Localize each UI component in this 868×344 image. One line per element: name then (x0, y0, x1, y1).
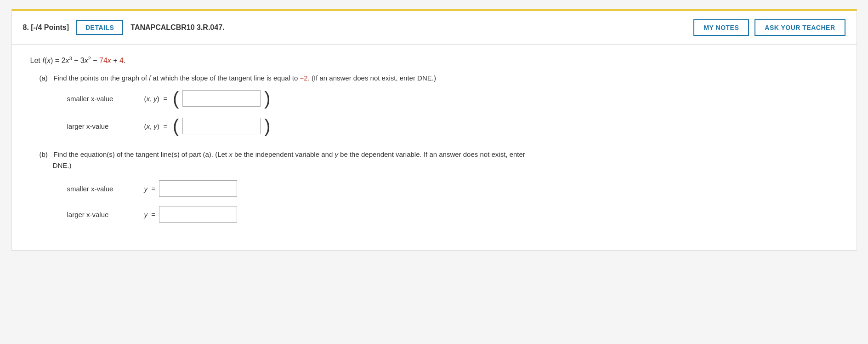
smaller-xvalue-row-b: smaller x-value y = (40, 180, 838, 197)
xy-label-smaller-a: (x, y) = (144, 95, 167, 103)
question-header: 8. [-/4 Points] DETAILS TANAPCALCBR10 3.… (12, 11, 857, 45)
my-notes-button[interactable]: MY NOTES (693, 19, 749, 36)
larger-xvalue-input-a[interactable] (182, 118, 261, 134)
smaller-xvalue-row-a: smaller x-value (x, y) = ( ) (40, 89, 838, 108)
problem-code: TANAPCALCBR10 3.R.047. (130, 23, 686, 32)
part-a-label: (a) Find the points on the graph of f at… (40, 74, 838, 82)
func-text-let: Let f(x) = 2x3 − 3x2 − 74x + 4. (30, 57, 126, 64)
larger-xvalue-input-b[interactable] (159, 206, 237, 223)
question-body: Let f(x) = 2x3 − 3x2 − 74x + 4. (a) Find… (12, 45, 857, 250)
part-a-letter: (a) Find the points on the graph of f at… (40, 74, 436, 82)
open-paren-smaller-a: ( (173, 89, 179, 108)
y-label-smaller-b: y = (144, 185, 156, 193)
larger-xvalue-label-a: larger x-value (67, 122, 141, 130)
larger-xvalue-row-a: larger x-value (x, y) = ( ) (40, 117, 838, 135)
close-paren-larger-a: ) (264, 117, 270, 135)
smaller-xvalue-input-a[interactable] (182, 90, 261, 107)
smaller-xvalue-label-a: smaller x-value (67, 95, 141, 103)
part-a-section: (a) Find the points on the graph of f at… (30, 74, 838, 135)
smaller-xvalue-input-b[interactable] (159, 180, 237, 197)
smaller-xvalue-label-b: smaller x-value (67, 185, 141, 193)
xy-label-larger-a: (x, y) = (144, 122, 167, 130)
ask-teacher-button[interactable]: ASK YOUR TEACHER (755, 19, 845, 36)
part-b-section: (b) Find the equation(s) of the tangent … (30, 149, 838, 223)
header-buttons: MY NOTES ASK YOUR TEACHER (693, 19, 845, 36)
question-container: 8. [-/4 Points] DETAILS TANAPCALCBR10 3.… (11, 9, 857, 251)
larger-xvalue-label-b: larger x-value (67, 211, 141, 218)
part-b-description: (b) Find the equation(s) of the tangent … (40, 149, 775, 171)
close-paren-smaller-a: ) (264, 89, 270, 108)
function-definition: Let f(x) = 2x3 − 3x2 − 74x + 4. (30, 56, 838, 65)
larger-xvalue-row-b: larger x-value y = (40, 206, 838, 223)
question-number: 8. [-/4 Points] (23, 23, 69, 32)
open-paren-larger-a: ( (173, 117, 179, 135)
details-button[interactable]: DETAILS (76, 20, 123, 35)
y-label-larger-b: y = (144, 211, 156, 218)
